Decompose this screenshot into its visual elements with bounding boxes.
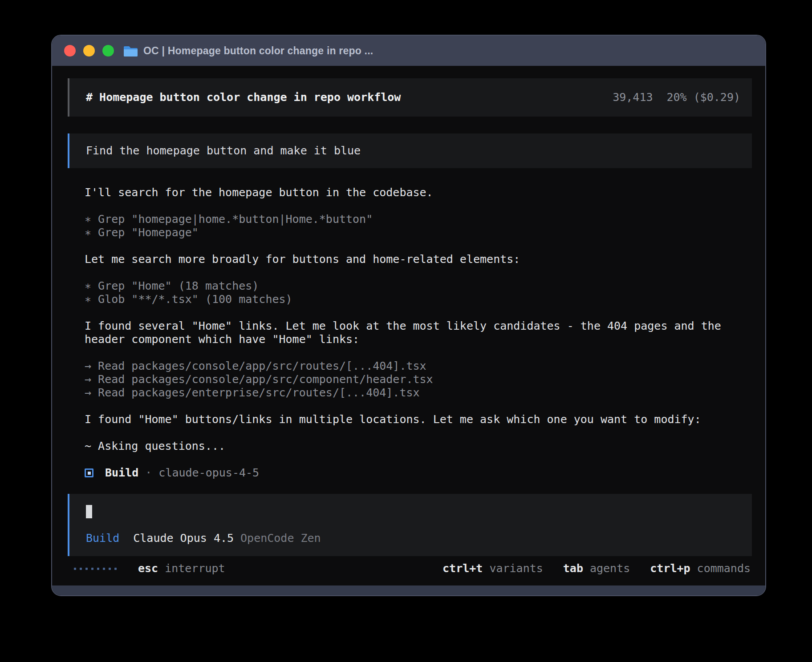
window-title: OC | Homepage button color change in rep…: [143, 45, 373, 57]
message-block: Let me search more broadly for buttons a…: [85, 253, 752, 266]
agent-name: Build: [105, 466, 138, 480]
message-lines: ~ Asking questions...: [85, 440, 752, 453]
hint-variants: ctrl+t variants: [443, 562, 543, 575]
message-lines: ∗ Grep "Home" (18 matches)∗ Glob "**/*.t…: [85, 279, 752, 306]
hint-label: commands: [697, 562, 751, 575]
message-block: ∗ Grep "homepage|home.*button|Home.*butt…: [85, 213, 752, 239]
message-lines: I'll search for the homepage button in t…: [85, 186, 752, 199]
hint-label: agents: [590, 562, 630, 575]
message-block: I found several "Home" links. Let me loo…: [85, 319, 752, 346]
agent-model: claude-opus-4-5: [158, 466, 259, 480]
message-lines: I found "Home" buttons/links in multiple…: [85, 413, 752, 426]
close-button[interactable]: [64, 45, 76, 57]
hint-key: ctrl+t: [443, 562, 483, 575]
terminal-content: # Homepage button color change in repo w…: [52, 66, 765, 585]
user-message-text: Find the homepage button and make it blu…: [86, 144, 743, 157]
mode-label: Build: [86, 532, 119, 545]
status-hints-right: ctrl+t variants tab agents ctrl+p comman…: [443, 562, 751, 575]
window-bottom-edge: [52, 585, 765, 595]
message-lines: Let me search more broadly for buttons a…: [85, 253, 752, 266]
hint-key: tab: [563, 562, 583, 575]
agent-icon: [85, 468, 93, 477]
message-block: → Read packages/console/app/src/routes/[…: [85, 359, 752, 400]
message-block: I found "Home" buttons/links in multiple…: [85, 413, 752, 426]
activity-spinner-icon: [74, 568, 117, 570]
message-lines: ∗ Grep "homepage|home.*button|Home.*butt…: [85, 213, 752, 239]
conversation: I'll search for the homepage button in t…: [85, 186, 752, 466]
prompt-input[interactable]: Build Claude Opus 4.5 OpenCode Zen: [68, 494, 752, 556]
traffic-lights: [64, 45, 114, 57]
message-block: ∗ Grep "Home" (18 matches)∗ Glob "**/*.t…: [85, 279, 752, 306]
hint-label: interrupt: [165, 562, 225, 575]
hint-key: esc: [138, 562, 158, 575]
titlebar: OC | Homepage button color change in rep…: [52, 36, 765, 66]
hint-agents: tab agents: [563, 562, 630, 575]
hint-key: ctrl+p: [650, 562, 690, 575]
hint-label: variants: [489, 562, 543, 575]
terminal-window: OC | Homepage button color change in rep…: [51, 35, 766, 596]
provider-label: OpenCode Zen: [240, 532, 321, 545]
text-cursor: [86, 505, 92, 518]
session-stats: 39,413 20% ($0.29): [613, 91, 740, 104]
model-label: Claude Opus 4.5: [133, 532, 234, 545]
maximize-button[interactable]: [102, 45, 114, 57]
session-title: # Homepage button color change in repo w…: [86, 91, 401, 104]
context-percent: 20%: [666, 91, 686, 104]
prompt-value-line: [86, 505, 743, 518]
agent-separator: ·: [145, 466, 152, 480]
folder-icon: [124, 45, 138, 57]
session-cost: ($0.29): [694, 91, 740, 104]
token-count: 39,413: [613, 91, 653, 104]
message-block: ~ Asking questions...: [85, 440, 752, 453]
message-lines: I found several "Home" links. Let me loo…: [85, 319, 752, 346]
status-bar: esc interrupt ctrl+t variants tab agents…: [74, 562, 751, 575]
user-message: Find the homepage button and make it blu…: [68, 133, 752, 168]
message-lines: → Read packages/console/app/src/routes/[…: [85, 359, 752, 400]
prompt-footer: Build Claude Opus 4.5 OpenCode Zen: [86, 532, 743, 545]
session-header: # Homepage button color change in repo w…: [68, 78, 752, 117]
agent-row: Build · claude-opus-4-5: [85, 466, 752, 480]
minimize-button[interactable]: [83, 45, 95, 57]
hint-interrupt: esc interrupt: [138, 562, 225, 575]
message-block: I'll search for the homepage button in t…: [85, 186, 752, 199]
hint-commands: ctrl+p commands: [650, 562, 751, 575]
